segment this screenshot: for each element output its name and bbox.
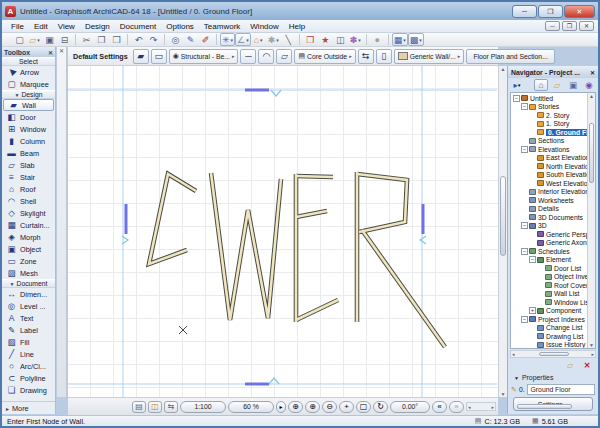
maximize-button[interactable]: ❐ bbox=[538, 5, 563, 18]
menu-options[interactable]: Options bbox=[161, 22, 199, 31]
model-view-options-button[interactable]: ✽▾ bbox=[348, 33, 363, 46]
story-name-field[interactable]: Ground Floor bbox=[527, 384, 595, 395]
wall-height-button[interactable]: ▯ bbox=[376, 49, 392, 64]
tree-item[interactable]: Worksheets bbox=[511, 196, 587, 205]
zoom-menu-icon[interactable]: ▸ bbox=[276, 401, 286, 413]
menu-edit[interactable]: Edit bbox=[29, 22, 53, 31]
tree-vscroll-thumb[interactable] bbox=[589, 123, 594, 183]
save-button[interactable]: ▣ bbox=[42, 33, 57, 46]
toolbox-more-button[interactable]: ▸ More bbox=[2, 401, 55, 414]
tool-curtain-wall[interactable]: ▦Curtain... bbox=[2, 219, 55, 231]
renovation-filter-button[interactable]: ▭ bbox=[151, 49, 167, 64]
tool-beam[interactable]: ▬Beam bbox=[2, 147, 55, 159]
tool-skylight[interactable]: ◇Skylight bbox=[2, 207, 55, 219]
palette-close-icon[interactable]: ✕ bbox=[59, 48, 64, 54]
expander-icon[interactable]: − bbox=[513, 95, 520, 102]
child-minimize-button[interactable]: ─ bbox=[545, 21, 560, 31]
dropdown-arrow-icon[interactable]: ▾ bbox=[518, 82, 521, 88]
tool-text[interactable]: AText bbox=[2, 312, 55, 324]
project-map-button[interactable]: ⌂ bbox=[534, 79, 548, 91]
tree-item[interactable]: Generic Perspective bbox=[511, 230, 587, 239]
zoom-out-icon[interactable]: ⊖ bbox=[322, 401, 337, 413]
expander-icon[interactable]: − bbox=[521, 103, 528, 110]
tree-item[interactable]: 2. Story bbox=[511, 111, 587, 120]
gravity-button[interactable]: ⌂▾ bbox=[251, 33, 266, 46]
child-close-button[interactable]: ✕ bbox=[579, 21, 594, 31]
menu-help[interactable]: Help bbox=[284, 22, 310, 31]
quick-preview-button[interactable]: ● bbox=[370, 33, 385, 46]
dropdown-arrow-icon[interactable]: ▾ bbox=[260, 37, 263, 43]
dropdown-arrow-icon[interactable]: ▾ bbox=[276, 37, 279, 43]
expander-icon[interactable]: − bbox=[521, 248, 528, 255]
tree-item[interactable]: Interior Elevations bbox=[511, 188, 587, 197]
tool-stair[interactable]: ≡Stair bbox=[2, 171, 55, 183]
library-manager-button[interactable]: ◫ bbox=[333, 33, 348, 46]
tree-item[interactable]: Details bbox=[511, 205, 587, 214]
print-button[interactable]: ⊟ bbox=[57, 33, 72, 46]
expander-icon[interactable]: − bbox=[521, 222, 528, 229]
minimize-button[interactable]: ─ bbox=[512, 5, 537, 18]
vscroll-thumb[interactable] bbox=[500, 176, 506, 256]
trapezoid-wall-button[interactable]: ▱ bbox=[276, 49, 292, 64]
menu-view[interactable]: View bbox=[53, 22, 80, 31]
undo-button[interactable]: ↶ bbox=[131, 33, 146, 46]
tree-vertical-scrollbar[interactable]: ▲▼ bbox=[587, 93, 595, 348]
tree-item[interactable]: East Elevation bbox=[511, 154, 587, 163]
hscroll-thumb[interactable] bbox=[517, 404, 572, 409]
tree-item[interactable]: 3D Documents bbox=[511, 213, 587, 222]
tree-item[interactable]: −Project Indexes bbox=[511, 315, 587, 324]
tool-arrow[interactable]: ▶Arrow bbox=[2, 66, 55, 78]
dropdown-arrow-icon[interactable]: ▾ bbox=[246, 37, 249, 43]
dropdown-arrow-icon[interactable]: ▾ bbox=[403, 37, 406, 43]
composite-combo[interactable]: Generic Wall/... ▸ bbox=[394, 49, 465, 64]
expander-icon[interactable]: + bbox=[529, 307, 536, 314]
fit-in-window-icon[interactable]: ▢ bbox=[356, 401, 371, 413]
arrange-views-icon[interactable]: ⇆ bbox=[164, 401, 178, 413]
tree-item[interactable]: Change List bbox=[511, 324, 587, 333]
next-zoom-icon[interactable]: » bbox=[449, 401, 464, 413]
straight-wall-button[interactable]: ─ bbox=[240, 49, 256, 64]
tree-item[interactable]: −Schedules bbox=[511, 247, 587, 256]
orientation-button[interactable]: 0.00° bbox=[390, 401, 430, 413]
menu-file[interactable]: File bbox=[6, 22, 29, 31]
canvas-vertical-scrollbar[interactable]: ▲▼ bbox=[498, 66, 507, 397]
layer-settings-button[interactable]: ❐ bbox=[303, 33, 318, 46]
wall-default-settings-button[interactable]: ▰ bbox=[133, 49, 149, 64]
expander-icon[interactable]: − bbox=[521, 146, 528, 153]
canvas-horizontal-scrollbar[interactable]: ◂▸ bbox=[466, 402, 496, 411]
toolbox-section-document[interactable]: ▼Document bbox=[2, 279, 55, 288]
tree-hscroll-thumb[interactable] bbox=[539, 352, 569, 356]
trace-reference-icon[interactable]: ◫ bbox=[148, 401, 162, 413]
tool-level-dimension[interactable]: ◎Level ... bbox=[2, 300, 55, 312]
tree-item[interactable]: Object Inventory bbox=[511, 273, 587, 282]
tool-door[interactable]: ◧Door bbox=[2, 111, 55, 123]
guide-lines-button[interactable]: ∠▾ bbox=[235, 33, 251, 46]
find-select-button[interactable]: ◎ bbox=[168, 33, 183, 46]
tree-item[interactable]: −Elevations bbox=[511, 145, 587, 154]
zoom-level-button[interactable]: 60 % bbox=[228, 401, 274, 413]
tool-morph[interactable]: ◈Morph bbox=[2, 231, 55, 243]
zoom-options-icon[interactable]: ⊕ bbox=[288, 401, 303, 413]
navigator-close-icon[interactable]: ✕ bbox=[590, 69, 595, 76]
tree-item[interactable]: Roof Covering bbox=[511, 281, 587, 290]
tree-item[interactable]: Drawing List bbox=[511, 332, 587, 341]
tree-item[interactable]: 0. Ground Floor bbox=[511, 128, 587, 137]
tree-item[interactable]: Issue History bbox=[511, 341, 587, 349]
tool-object[interactable]: ▣Object bbox=[2, 243, 55, 255]
new-document-button[interactable]: ▢ bbox=[12, 33, 27, 46]
floor-plan-display-button[interactable]: Floor Plan and Section... bbox=[466, 49, 554, 64]
tool-dimension[interactable]: ↔Dimen... bbox=[2, 288, 55, 300]
dropdown-arrow-icon[interactable]: ▾ bbox=[231, 37, 234, 43]
tree-item[interactable]: Window List bbox=[511, 298, 587, 307]
view-map-button[interactable]: ▱ bbox=[550, 79, 564, 91]
copy-button[interactable]: ❐ bbox=[94, 33, 109, 46]
new-folder-icon[interactable]: ▱ bbox=[563, 360, 577, 371]
dropdown-arrow-icon[interactable]: ▾ bbox=[37, 37, 40, 43]
tree-horizontal-scrollbar[interactable]: ◂▸ bbox=[510, 350, 596, 358]
tool-mesh[interactable]: ▨Mesh bbox=[2, 267, 55, 279]
menu-window[interactable]: Window bbox=[245, 22, 283, 31]
tree-item[interactable]: Door List bbox=[511, 264, 587, 273]
menu-teamwork[interactable]: Teamwork bbox=[199, 22, 245, 31]
child-restore-button[interactable]: ❐ bbox=[562, 21, 577, 31]
curved-wall-button[interactable]: ◠ bbox=[258, 49, 274, 64]
